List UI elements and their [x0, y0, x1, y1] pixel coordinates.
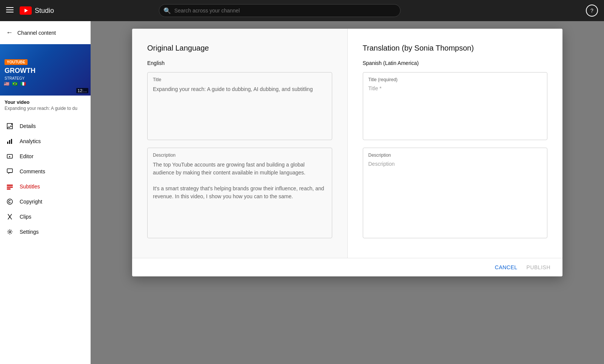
- studio-label: Studio: [35, 7, 54, 15]
- svg-rect-6: [7, 142, 8, 144]
- sidebar: ← Channel content YOUTUBE GROWTH STRATEG…: [0, 21, 91, 364]
- sidebar-item-copyright[interactable]: Copyright: [0, 194, 91, 209]
- sidebar-item-analytics[interactable]: Analytics: [0, 134, 91, 149]
- video-preview: YOUTUBE GROWTH STRATEGY 🇺🇸 🇧🇷 🇮🇹 12:... …: [0, 41, 91, 117]
- svg-rect-8: [11, 139, 12, 144]
- svg-rect-11: [7, 185, 13, 186]
- original-description-box: Description The top YouTube accounts are…: [147, 148, 332, 238]
- youtube-logo-icon: [20, 6, 32, 15]
- video-info-title: Your video: [5, 99, 86, 105]
- sidebar-item-details[interactable]: Details: [0, 119, 91, 134]
- svg-rect-10: [7, 169, 12, 173]
- translation-title: Translation (by Sonia Thompson): [363, 44, 548, 52]
- thumbnail-badge: YOUTUBE: [5, 59, 28, 65]
- sidebar-item-editor-label: Editor: [20, 153, 34, 159]
- sidebar-item-subtitles[interactable]: Subtitles: [0, 179, 91, 194]
- details-icon: [6, 122, 14, 130]
- sidebar-item-details-label: Details: [20, 123, 36, 129]
- svg-rect-13: [7, 188, 11, 190]
- editor-icon: [6, 153, 14, 160]
- menu-icon[interactable]: [6, 6, 14, 15]
- flag-it: 🇮🇹: [20, 80, 26, 87]
- comments-icon: [6, 168, 14, 175]
- publish-button[interactable]: PUBLISH: [527, 264, 550, 270]
- main-layout: ← Channel content YOUTUBE GROWTH STRATEG…: [0, 21, 604, 364]
- video-info-subtitle: Expanding your reach: A guide to du: [5, 106, 86, 111]
- original-title-value: Expanding your reach: A guide to dubbing…: [153, 85, 327, 93]
- sidebar-item-copyright-label: Copyright: [20, 199, 42, 205]
- analytics-icon: [6, 137, 14, 145]
- top-header: Studio 🔍 ?: [0, 0, 604, 21]
- translation-desc-input[interactable]: Description: [368, 161, 542, 167]
- original-desc-label: Description: [153, 153, 327, 158]
- original-language-label: English: [147, 60, 332, 66]
- svg-point-5: [11, 124, 12, 125]
- svg-rect-0: [6, 7, 14, 8]
- subtitles-icon: [6, 183, 14, 190]
- sidebar-item-analytics-label: Analytics: [20, 138, 41, 144]
- original-title-box: Title Expanding your reach: A guide to d…: [147, 72, 332, 140]
- modal-right-panel: Translation (by Sonia Thompson) Spanish …: [348, 29, 563, 258]
- modal-overlay: Original Language English Title Expandin…: [91, 21, 604, 364]
- original-desc-value: The top YouTube accounts are growing fas…: [153, 161, 327, 201]
- modal-body: Original Language English Title Expandin…: [132, 29, 562, 258]
- original-language-title: Original Language: [147, 44, 332, 52]
- modal-footer: CANCEL PUBLISH: [132, 258, 562, 276]
- sidebar-item-subtitles-label: Subtitles: [20, 184, 40, 190]
- cancel-button[interactable]: CANCEL: [495, 264, 518, 270]
- svg-point-17: [9, 231, 11, 233]
- modal-left-panel: Original Language English Title Expandin…: [132, 29, 348, 258]
- search-icon: 🔍: [163, 7, 171, 14]
- translation-description-box: Description Description: [363, 148, 548, 238]
- thumbnail-sub: STRATEGY: [5, 76, 25, 80]
- translation-desc-label: Description: [368, 153, 542, 158]
- flag-br: 🇧🇷: [11, 80, 18, 87]
- back-arrow-icon: ←: [6, 29, 13, 37]
- header-right: ?: [586, 5, 598, 17]
- translation-title-input[interactable]: Title *: [368, 85, 542, 91]
- sidebar-item-clips-label: Clips: [20, 214, 31, 220]
- back-nav-label: Channel content: [17, 30, 56, 36]
- copyright-icon: [6, 198, 14, 205]
- original-title-label: Title: [153, 77, 327, 82]
- sidebar-item-settings-label: Settings: [20, 229, 39, 235]
- translation-title-box: Title (required) Title *: [363, 72, 548, 140]
- svg-rect-12: [7, 187, 13, 188]
- svg-rect-1: [6, 9, 14, 10]
- sidebar-nav: Details Analytics Editor Comments: [0, 119, 91, 239]
- clips-icon: [6, 213, 14, 221]
- flag-us: 🇺🇸: [3, 80, 10, 87]
- sidebar-item-clips[interactable]: Clips: [0, 209, 91, 224]
- sidebar-item-comments-label: Comments: [20, 168, 45, 174]
- video-info: Your video Expanding your reach: A guide…: [0, 96, 91, 114]
- svg-point-14: [7, 199, 12, 204]
- flag-row: 🇺🇸 🇧🇷 🇮🇹: [3, 80, 26, 87]
- thumbnail-time: 12:...: [76, 88, 88, 93]
- video-thumbnail: YOUTUBE GROWTH STRATEGY 🇺🇸 🇧🇷 🇮🇹 12:...: [0, 44, 91, 96]
- settings-icon: [6, 228, 14, 236]
- translation-lang-label: Spanish (Latin America): [363, 60, 548, 66]
- svg-rect-2: [6, 12, 14, 12]
- sidebar-item-settings[interactable]: Settings: [0, 224, 91, 239]
- translation-modal: Original Language English Title Expandin…: [132, 29, 562, 276]
- sidebar-item-editor[interactable]: Editor: [0, 149, 91, 164]
- search-input[interactable]: [159, 4, 401, 17]
- help-icon[interactable]: ?: [586, 5, 598, 17]
- thumbnail-title: GROWTH: [5, 67, 35, 75]
- back-nav[interactable]: ← Channel content: [0, 24, 91, 41]
- sidebar-item-comments[interactable]: Comments: [0, 164, 91, 179]
- translation-title-label: Title (required): [368, 77, 542, 82]
- search-bar: 🔍: [159, 4, 401, 17]
- logo-area: Studio: [20, 6, 54, 15]
- content-area: Original Language English Title Expandin…: [91, 21, 604, 364]
- svg-rect-7: [9, 140, 10, 144]
